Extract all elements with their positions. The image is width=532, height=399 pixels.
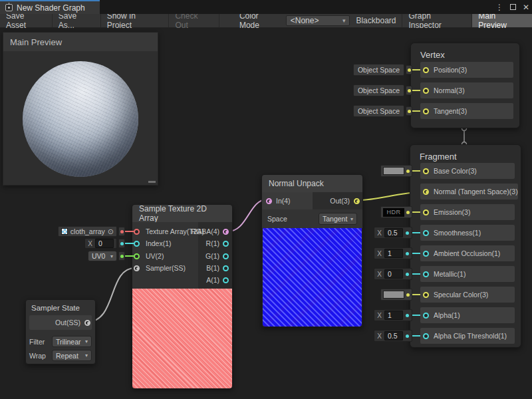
- emission-hdr-field[interactable]: HDR: [383, 208, 404, 217]
- menu-kebab-icon[interactable]: ⋮: [495, 3, 503, 11]
- x-label: X: [377, 312, 382, 319]
- port-label: Base Color(3): [434, 167, 477, 175]
- g-output-port[interactable]: [223, 253, 229, 259]
- filter-dropdown[interactable]: Trilinear: [52, 336, 92, 347]
- blackboard-toggle-button[interactable]: Blackboard: [350, 14, 402, 27]
- specular-swatch[interactable]: [383, 291, 404, 299]
- out-port[interactable]: [354, 198, 360, 204]
- vertex-row-tangent: Object Space Tangent(3): [363, 103, 513, 119]
- position-input-port[interactable]: [423, 67, 429, 73]
- r-output-port[interactable]: [223, 241, 229, 247]
- index-input-port[interactable]: [134, 241, 140, 247]
- tab-shader-graph[interactable]: New Shader Graph: [0, 0, 100, 14]
- texture-2d-array-icon: [61, 228, 68, 235]
- metallic-port[interactable]: [423, 271, 429, 277]
- port-label: Emission(3): [434, 208, 470, 216]
- show-in-project-button[interactable]: Show In Project: [101, 14, 170, 27]
- preview-sphere[interactable]: [23, 61, 138, 177]
- alpha-value-field[interactable]: 1: [384, 311, 403, 320]
- specular-port[interactable]: [423, 292, 429, 298]
- window-titlebar: New Shader Graph ⋮ ✕: [0, 0, 532, 14]
- sample-texture-node-header[interactable]: Sample Texture 2D Array: [132, 205, 232, 222]
- out-ss-port[interactable]: [84, 320, 90, 326]
- fragment-row-emission: HDR Emission(3): [363, 204, 515, 220]
- alpha-clip-value-field[interactable]: 0.5: [384, 331, 403, 340]
- texture-asset-widget[interactable]: cloth_array ⊙: [58, 226, 117, 237]
- main-preview-panel[interactable]: Main Preview: [3, 32, 158, 186]
- sampler-input-port[interactable]: [134, 265, 140, 271]
- b-output-port[interactable]: [223, 265, 229, 271]
- normal-input-port[interactable]: [423, 88, 429, 94]
- wrap-row: Wrap Repeat: [29, 350, 92, 361]
- color-mode-label: Color Mode: [234, 14, 286, 27]
- port-label: Ambient Occlusion(1): [434, 249, 500, 257]
- sampler-state-node[interactable]: Sampler State Out(SS) Filter Trilinear W…: [25, 299, 96, 364]
- preview-resize-grip[interactable]: [148, 181, 156, 183]
- smoothness-value-field[interactable]: 0.5: [384, 228, 403, 237]
- sample-texture-preview: [132, 289, 232, 388]
- out-ss-row: Out(SS): [29, 315, 92, 330]
- maximize-icon[interactable]: [510, 4, 516, 10]
- space-value: Tangent: [323, 215, 347, 223]
- alpha-clip-port[interactable]: [423, 333, 429, 339]
- specular-widget[interactable]: [380, 289, 412, 301]
- metallic-value-field[interactable]: 0: [384, 269, 403, 279]
- filter-label: Filter: [29, 338, 47, 346]
- uv-channel-dropdown[interactable]: UV0: [88, 251, 117, 261]
- port-label: B(1): [206, 264, 219, 272]
- tangent-port-dot: [406, 106, 412, 116]
- in-port[interactable]: [266, 198, 272, 204]
- ao-value-field[interactable]: 1: [384, 249, 403, 258]
- main-preview-header[interactable]: Main Preview: [3, 33, 158, 51]
- port-label: R(1): [206, 239, 219, 247]
- base-color-swatch[interactable]: [383, 167, 404, 175]
- ao-port[interactable]: [423, 251, 429, 257]
- texture-dot: [118, 227, 125, 236]
- normal-unpack-title: Normal Unpack: [269, 179, 324, 188]
- texture-asset-name: cloth_array: [70, 227, 105, 235]
- space-dropdown[interactable]: Tangent: [319, 213, 357, 225]
- fragment-row-base-color: Base Color(3): [363, 163, 515, 179]
- a-output-row: A(1): [193, 274, 231, 286]
- stub: [412, 211, 420, 213]
- graph-inspector-toggle-button[interactable]: Graph Inspector: [402, 14, 472, 27]
- a-output-port[interactable]: [223, 277, 229, 283]
- emission-port[interactable]: [423, 209, 429, 215]
- alpha-port[interactable]: [423, 313, 429, 319]
- base-color-widget[interactable]: [380, 165, 412, 177]
- tangent-input-port[interactable]: [423, 108, 429, 114]
- shader-graph-icon: [5, 4, 13, 11]
- normal-unpack-header[interactable]: Normal Unpack: [262, 175, 362, 192]
- port-label: Index(1): [146, 239, 172, 247]
- color-mode-dropdown[interactable]: <None>: [286, 15, 350, 26]
- index-widget: X0: [84, 238, 117, 249]
- uv-dot: [118, 251, 125, 261]
- smoothness-port[interactable]: [423, 230, 429, 236]
- rgba-output-port[interactable]: [223, 229, 229, 235]
- sampler-state-header[interactable]: Sampler State: [26, 300, 95, 315]
- ao-dot: [406, 252, 409, 255]
- wrap-dropdown[interactable]: Repeat: [52, 350, 92, 361]
- save-as-button[interactable]: Save As...: [53, 14, 101, 27]
- uv-input-port[interactable]: [134, 253, 140, 259]
- port-label: Smoothness(1): [434, 229, 481, 237]
- filter-value: Trilinear: [56, 338, 81, 346]
- normal-map-preview: [263, 228, 362, 327]
- shader-toolbar: Save Asset Save As... Show In Project Ch…: [0, 14, 532, 28]
- graph-canvas[interactable]: Main Preview Vertex Object Space Positio…: [0, 28, 532, 399]
- base-color-port[interactable]: [423, 168, 429, 174]
- save-asset-button[interactable]: Save Asset: [0, 14, 53, 27]
- tangent-space-badge: Object Space: [353, 105, 404, 117]
- emission-widget[interactable]: HDR: [380, 206, 412, 218]
- fragment-row-metallic: X0 Metallic(1): [363, 266, 515, 282]
- normal-ts-port[interactable]: [423, 189, 429, 195]
- texture-array-input-port[interactable]: [134, 229, 140, 235]
- port-label: Metallic(1): [434, 270, 466, 278]
- main-preview-toggle-button[interactable]: Main Preview: [472, 14, 532, 27]
- normal-unpack-node[interactable]: Normal Unpack In(4) Out(3) Space Tangent: [261, 174, 363, 327]
- alpha-clip-dot: [406, 334, 409, 338]
- object-picker-icon[interactable]: ⊙: [108, 228, 114, 235]
- normal-unpack-port-row: In(4) Out(3): [262, 192, 362, 209]
- index-value-field[interactable]: 0: [95, 239, 114, 248]
- close-icon[interactable]: ✕: [523, 3, 529, 11]
